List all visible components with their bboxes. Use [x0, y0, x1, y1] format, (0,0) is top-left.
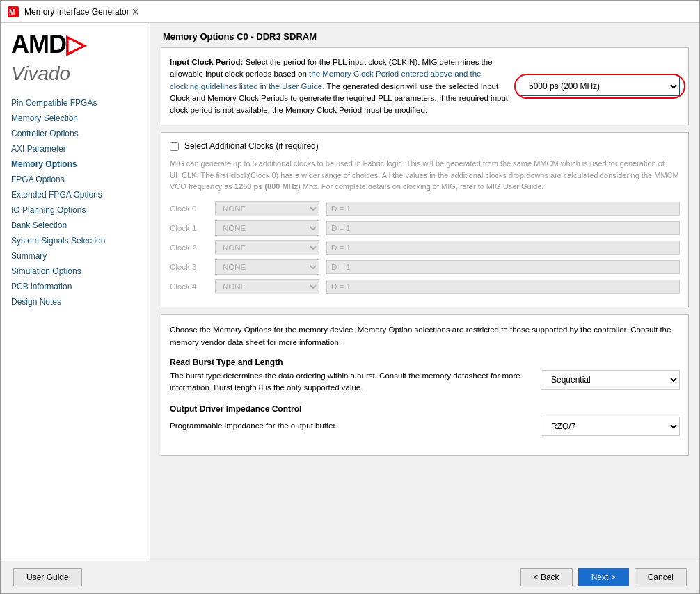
cancel-button[interactable]: Cancel	[635, 568, 687, 586]
amd-logo-text: AMD▷	[11, 30, 139, 59]
amd-arrow: ▷	[66, 30, 85, 58]
clock-row-2: Clock 2 NONE D = 1	[170, 240, 680, 255]
sidebar-item-fpga-options[interactable]: FPGA Options	[1, 172, 150, 187]
clock-3-d-value: D = 1	[326, 260, 680, 274]
sidebar-item-io-planning[interactable]: IO Planning Options	[1, 202, 150, 218]
clock-4-d-value: D = 1	[326, 280, 680, 294]
main-window: M Memory Interface Generator ✕ AMD▷ Viva…	[0, 0, 700, 594]
sidebar-item-pin-compatible[interactable]: Pin Compatible FPGAs	[1, 95, 150, 111]
additional-clocks-section: Select Additional Clocks (if required) M…	[161, 132, 689, 307]
clock-1-d-value: D = 1	[326, 221, 680, 235]
clock-row-4: Clock 4 NONE D = 1	[170, 279, 680, 294]
clock-row-3: Clock 3 NONE D = 1	[170, 259, 680, 275]
sidebar-item-controller-options[interactable]: Controller Options	[1, 126, 150, 141]
clock-row-0: Clock 0 NONE D = 1	[170, 201, 680, 216]
read-burst-section: Read Burst Type and Length The burst typ…	[170, 358, 680, 394]
clock-period-select[interactable]: 5000 ps (200 MHz) 4000 ps (250 MHz) 3000…	[520, 77, 680, 96]
clock-2-label: Clock 2	[170, 243, 208, 252]
sidebar-item-pcb-info[interactable]: PCB information	[1, 279, 150, 294]
additional-clocks-desc: MIG can generate up to 5 additional cloc…	[170, 158, 680, 193]
sidebar-item-axi-parameter[interactable]: AXI Parameter	[1, 141, 150, 156]
clock-0-select[interactable]: NONE	[215, 201, 319, 216]
sidebar-item-memory-selection[interactable]: Memory Selection	[1, 111, 150, 126]
app-icon: M	[8, 6, 19, 17]
clock-3-select[interactable]: NONE	[215, 259, 319, 275]
close-button[interactable]: ✕	[129, 6, 142, 18]
content-scroll-area[interactable]: Input Clock Period: Select the period fo…	[150, 47, 699, 561]
clock-3-label: Clock 3	[170, 263, 208, 271]
read-burst-select[interactable]: Sequential Interleaved	[541, 370, 680, 390]
sidebar-item-extended-fpga[interactable]: Extended FPGA Options	[1, 187, 150, 202]
output-driver-description: Programmable impedance for the output bu…	[170, 420, 530, 432]
sidebar-item-simulation[interactable]: Simulation Options	[1, 264, 150, 279]
back-button[interactable]: < Back	[520, 568, 573, 586]
sidebar-item-system-signals[interactable]: System Signals Selection	[1, 233, 150, 248]
clock-4-label: Clock 4	[170, 282, 208, 291]
user-guide-button[interactable]: User Guide	[13, 568, 82, 586]
footer: User Guide < Back Next > Cancel	[1, 561, 699, 593]
additional-clocks-checkbox[interactable]	[170, 142, 179, 151]
input-clock-label: Input Clock Period:	[170, 58, 243, 66]
clock-4-select[interactable]: NONE	[215, 279, 319, 294]
sidebar-item-design-notes[interactable]: Design Notes	[1, 294, 150, 310]
input-clock-text: Input Clock Period: Select the period fo…	[170, 56, 509, 116]
panel-header: Memory Options C0 - DDR3 SDRAM	[150, 23, 699, 47]
output-driver-row: Programmable impedance for the output bu…	[170, 417, 680, 436]
additional-clocks-label: Select Additional Clocks (if required)	[184, 141, 319, 151]
clock-dropdown-wrapper: 5000 ps (200 MHz) 4000 ps (250 MHz) 3000…	[520, 56, 680, 116]
clock-2-select[interactable]: NONE	[215, 240, 319, 255]
input-clock-description: Select the period for the PLL input cloc…	[170, 58, 508, 114]
footer-left: User Guide	[13, 568, 82, 586]
svg-text:M: M	[9, 8, 15, 16]
sidebar-item-bank-selection[interactable]: Bank Selection	[1, 218, 150, 233]
read-burst-title: Read Burst Type and Length	[170, 358, 680, 367]
memory-options-section: Choose the Memory Options for the memory…	[161, 314, 689, 456]
additional-clocks-header: Select Additional Clocks (if required)	[170, 141, 680, 151]
sidebar-nav: Pin Compatible FPGAs Memory Selection Co…	[1, 85, 150, 561]
output-driver-section: Output Driver Impedance Control Programm…	[170, 404, 680, 436]
sidebar-item-memory-options[interactable]: Memory Options	[1, 156, 150, 172]
clock-0-d-value: D = 1	[326, 202, 680, 216]
clock-row-1: Clock 1 NONE D = 1	[170, 220, 680, 236]
main-content: AMD▷ Vivado Pin Compatible FPGAs Memory …	[1, 23, 699, 561]
clock-0-label: Clock 0	[170, 204, 208, 213]
clock-2-d-value: D = 1	[326, 241, 680, 255]
sidebar: AMD▷ Vivado Pin Compatible FPGAs Memory …	[1, 23, 150, 561]
input-clock-row: Input Clock Period: Select the period fo…	[170, 56, 680, 116]
memory-options-description: Choose the Memory Options for the memory…	[170, 323, 680, 349]
clock-1-label: Clock 1	[170, 224, 208, 232]
amd-logo: AMD▷	[1, 23, 150, 63]
read-burst-row: The burst type determines the data order…	[170, 370, 680, 394]
clock-1-select[interactable]: NONE	[215, 220, 319, 236]
input-clock-section: Input Clock Period: Select the period fo…	[161, 47, 689, 125]
right-panel: Memory Options C0 - DDR3 SDRAM Input Clo…	[150, 23, 699, 561]
vivado-logo-text: Vivado	[1, 63, 150, 85]
next-button[interactable]: Next >	[578, 568, 629, 586]
title-bar: M Memory Interface Generator ✕	[1, 1, 699, 23]
footer-right: < Back Next > Cancel	[520, 568, 687, 586]
output-driver-title: Output Driver Impedance Control	[170, 404, 680, 414]
read-burst-description: The burst type determines the data order…	[170, 370, 530, 394]
clock-period-dropdown-container: 5000 ps (200 MHz) 4000 ps (250 MHz) 3000…	[520, 77, 680, 96]
title-bar-text: Memory Interface Generator	[24, 7, 129, 17]
sidebar-item-summary[interactable]: Summary	[1, 248, 150, 264]
output-driver-select[interactable]: RZQ/7 RZQ/6	[541, 417, 680, 436]
